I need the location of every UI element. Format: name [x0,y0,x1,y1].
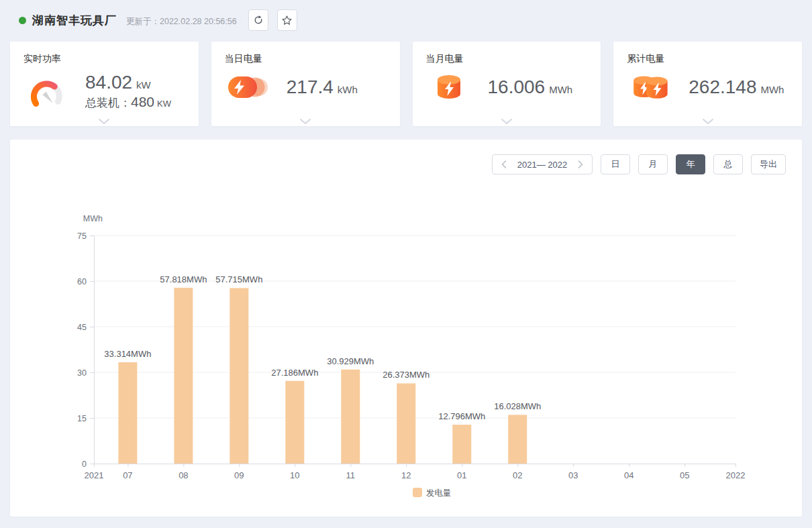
svg-text:02: 02 [513,470,522,480]
refresh-button[interactable] [248,9,268,31]
svg-text:27.186MWh: 27.186MWh [271,368,318,378]
svg-text:05: 05 [680,470,689,480]
svg-text:09: 09 [234,470,244,480]
refresh-icon [252,14,264,26]
installed-label: 总装机： [85,97,131,109]
svg-text:12.796MWh: 12.796MWh [438,411,485,421]
period-year-button[interactable]: 年 [676,154,705,174]
period-day-button[interactable]: 日 [601,154,630,174]
star-icon [281,14,293,27]
card-unit: MWh [549,84,572,95]
svg-text:2022: 2022 [726,470,746,480]
card-expand-button[interactable] [99,119,109,124]
svg-text:33.314MWh: 33.314MWh [104,349,151,359]
card-value: 217.4 [287,76,334,97]
plant-title: 湖南智丰玩具厂 [32,13,117,28]
svg-text:10: 10 [290,470,299,480]
double-battery-icon [628,72,671,103]
date-range-picker[interactable]: 2021— 2022 [492,154,593,174]
svg-text:12: 12 [401,470,411,480]
card-unit: MWh [760,84,784,95]
svg-text:60: 60 [77,277,87,286]
card-expand-button[interactable] [300,119,311,124]
svg-text:57.715MWh: 57.715MWh [215,274,262,284]
svg-text:16.028MWh: 16.028MWh [494,401,541,411]
installed-unit: KW [157,99,171,109]
card-label: 当日电量 [225,53,387,65]
updated-text: 更新于：2022.02.28 20:56:56 [126,16,237,28]
card-monthly-energy: 当月电量 16.006MWh [413,42,601,126]
card-unit: kWh [338,84,358,95]
bar-chart[interactable]: 01530456075MWh20210733.314MWh0857.818MWh… [26,205,787,504]
card-label: 累计电量 [627,53,789,65]
svg-text:03: 03 [568,470,578,480]
date-range-label: 2021— 2022 [517,160,567,170]
status-dot-icon [19,17,26,24]
card-unit: kW [136,79,151,91]
svg-text:0: 0 [82,460,87,469]
chevron-left-icon[interactable] [501,160,507,168]
chevron-right-icon[interactable] [578,160,583,168]
card-daily-energy: 当日电量 217.4kWh [211,42,400,126]
svg-text:2021: 2021 [85,470,104,480]
gauge-icon [25,75,68,107]
card-value: 84.02 [85,72,132,93]
svg-text:11: 11 [346,470,356,480]
period-total-button[interactable]: 总 [713,154,743,174]
svg-text:01: 01 [457,470,466,480]
svg-text:08: 08 [179,470,188,480]
battery-icon [427,72,470,103]
card-label: 当月电量 [426,53,588,65]
card-expand-button[interactable] [703,119,713,124]
card-label: 实时功率 [23,53,185,65]
card-total-energy: 累计电量 [613,42,802,126]
stat-cards-row: 实时功率 84.02kW [10,42,802,126]
header: 湖南智丰玩具厂 更新于：2022.02.28 20:56:56 [0,0,812,40]
svg-text:30.929MWh: 30.929MWh [327,356,374,366]
export-button[interactable]: 导出 [751,154,786,174]
svg-text:MWh: MWh [83,214,103,223]
card-value: 262.148 [689,76,756,97]
installed-value: 480 [131,94,154,109]
svg-text:45: 45 [77,323,87,332]
svg-text:30: 30 [77,368,87,378]
period-month-button[interactable]: 月 [638,154,668,174]
chart-controls: 2021— 2022 日 月 年 总 导出 [26,154,786,174]
card-realtime-power: 实时功率 84.02kW [10,42,199,126]
energy-pill-icon [226,72,269,103]
favorite-button[interactable] [277,9,297,31]
svg-text:04: 04 [624,470,633,480]
chart-area: 01530456075MWh20210733.314MWh0857.818MWh… [26,205,786,504]
svg-text:15: 15 [77,414,87,423]
svg-text:发电量: 发电量 [426,488,452,498]
chart-panel: 2021— 2022 日 月 年 总 导出 01530456075MWh2021… [10,140,802,517]
svg-text:75: 75 [77,231,87,241]
svg-text:26.373MWh: 26.373MWh [383,370,429,380]
svg-text:57.818MWh: 57.818MWh [160,274,207,284]
svg-text:07: 07 [123,470,132,480]
card-expand-button[interactable] [501,119,512,124]
card-value: 16.006 [488,76,546,97]
